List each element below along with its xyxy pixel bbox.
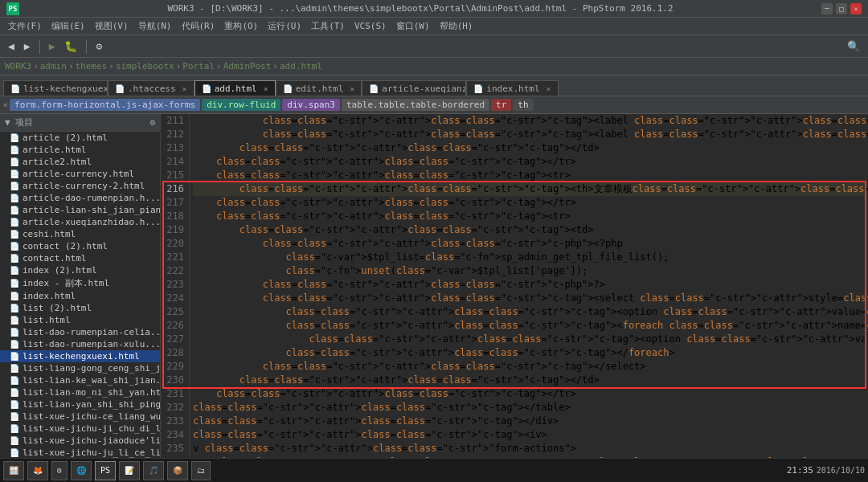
tree-file-item[interactable]: 📄article-currency.html xyxy=(0,168,160,180)
menu-item[interactable]: 文件(F) xyxy=(3,18,47,34)
taskbar-notepad[interactable]: 📝 xyxy=(119,461,140,480)
menu-item[interactable]: 帮助(H) xyxy=(435,18,478,34)
run-icon[interactable]: ▶ xyxy=(46,39,59,54)
settings-icon[interactable]: ⚙ xyxy=(92,39,105,54)
tree-file-item[interactable]: 📄list-xue-jichu-ji_chu_di_l... xyxy=(0,423,160,435)
editor-tab[interactable]: 📄.htaccess✕ xyxy=(108,80,194,96)
path-adminpost[interactable]: AdminPost xyxy=(223,61,272,71)
line-number: 213 xyxy=(161,141,189,155)
code-text: class=class="c-str">"c-attr">class=class… xyxy=(193,155,576,169)
menu-item[interactable]: 编辑(E) xyxy=(47,18,90,34)
tree-file-item[interactable]: 📄article (2).html xyxy=(0,132,160,144)
tree-file-item[interactable]: 📄list-dao-rumenpian-celia... xyxy=(0,326,160,338)
menu-item[interactable]: 重构(O) xyxy=(219,18,263,34)
tree-file-item[interactable]: 📄list-liang-gong_ceng_shi_j... xyxy=(0,362,160,374)
path-simplebootx[interactable]: simplebootx xyxy=(116,61,174,71)
path-themes[interactable]: themes xyxy=(76,61,108,71)
search-icon[interactable]: 🔍 xyxy=(844,39,863,54)
tab-close-icon[interactable]: ✕ xyxy=(547,84,551,93)
tree-file-item[interactable]: 📄article-xueqianzhidao.h... xyxy=(0,216,160,228)
tree-file-item[interactable]: 📄index (2).html xyxy=(0,264,160,276)
tree-settings-icon[interactable]: ⚙ xyxy=(149,117,155,128)
minimize-button[interactable]: ─ xyxy=(821,3,833,14)
tree-file-item[interactable]: 📄index.html xyxy=(0,290,160,302)
tree-file-label: contact.html xyxy=(23,253,86,263)
tree-file-item[interactable]: 📄ceshi.html xyxy=(0,228,160,240)
line-number: 222 xyxy=(161,264,189,278)
tree-file-item[interactable]: 📄list-lian-ke_wai_shi_jian.ht... xyxy=(0,374,160,386)
path-portal[interactable]: Portal xyxy=(182,61,215,71)
tree-file-item[interactable]: 📄list-dao-rumenpian-xulu... xyxy=(0,338,160,350)
editor-tab[interactable]: 📄add.html✕ xyxy=(194,80,276,96)
tree-file-item[interactable]: 📄list-kechengxuexi.html xyxy=(0,350,160,362)
tree-file-item[interactable]: 📄list-lian-mo_ni_shi_yan.ht... xyxy=(0,386,160,398)
menu-item[interactable]: 导航(N) xyxy=(133,18,177,34)
taskbar-browser[interactable]: 🌐 xyxy=(71,461,92,480)
line-number: 220 xyxy=(161,237,189,251)
editor-tab[interactable]: 📄edit.html✕ xyxy=(276,80,362,96)
tree-file-item[interactable]: 📄list-xue-jichu-ce_liang_wu... xyxy=(0,411,160,423)
debug-icon[interactable]: 🐛 xyxy=(61,39,80,54)
taskbar-ps[interactable]: PS xyxy=(95,461,116,480)
tree-file-item[interactable]: 📄article-lian-shi_jian_pian.h... xyxy=(0,204,160,216)
editor-tab[interactable]: 📄index.html✕ xyxy=(466,80,558,96)
menu-item[interactable]: 运行(U) xyxy=(263,18,306,34)
maximize-button[interactable]: □ xyxy=(836,3,847,14)
context-tag[interactable]: div.span3 xyxy=(282,99,340,111)
taskbar-archive[interactable]: 📦 xyxy=(167,461,188,480)
context-tag[interactable]: table.table.table-bordered xyxy=(342,99,489,111)
tree-file-item[interactable]: 📄list-xue-jichu-ju_li_ce_lian... xyxy=(0,447,160,459)
line-number: 229 xyxy=(161,360,189,374)
context-tag[interactable]: tr xyxy=(491,99,511,111)
context-tag[interactable]: th xyxy=(513,99,533,111)
taskbar-firefox[interactable]: 🦊 xyxy=(27,461,48,480)
taskbar-files[interactable]: 🗂 xyxy=(191,461,211,480)
code-scroll[interactable]: 2112122132142152162172182192202212222232… xyxy=(161,114,868,464)
forward-icon[interactable]: ▶ xyxy=(21,39,34,54)
tree-file-item[interactable]: 📄article2.html xyxy=(0,156,160,168)
code-area[interactable]: class=class="c-str">"c-attr">class=class… xyxy=(190,114,868,464)
code-line: class=class="c-str">"c-attr">class=class… xyxy=(193,210,865,223)
menu-item[interactable]: 工具(T) xyxy=(306,18,350,34)
tree-file-item[interactable]: 📄contact (2).html xyxy=(0,240,160,252)
html-file-icon: 📄 xyxy=(10,266,19,275)
path-addhtml[interactable]: add.html xyxy=(280,61,322,71)
tree-file-item[interactable]: 📄article-currency-2.html xyxy=(0,180,160,192)
editor-tab[interactable]: 📄article-xueqianzhidao.html✕ xyxy=(362,80,466,96)
tab-close-icon[interactable]: ✕ xyxy=(350,84,354,93)
code-text: v class=class="c-str">"c-attr">class=cla… xyxy=(193,442,576,455)
line-number: 234 xyxy=(161,428,189,442)
tree-file-item[interactable]: 📄article-dao-rumenpian.h... xyxy=(0,192,160,204)
back-icon[interactable]: ◀ xyxy=(5,39,18,54)
context-tag[interactable]: form.form-horizontal.js-ajax-forms xyxy=(10,99,200,111)
close-button[interactable]: ✕ xyxy=(850,3,862,14)
tree-file-item[interactable]: 📄list (2).html xyxy=(0,302,160,314)
tab-label: list-kechengxuexi.html xyxy=(23,84,108,94)
tree-file-item[interactable]: 📄list-lian-yan_shi_shi_ping... xyxy=(0,398,160,411)
context-tag[interactable]: div.row-fluid xyxy=(202,99,280,111)
taskbar-start[interactable]: 🪟 xyxy=(3,461,24,480)
menu-item[interactable]: 视图(V) xyxy=(90,18,133,34)
taskbar-settings[interactable]: ⚙ xyxy=(51,461,68,480)
tree-file-item[interactable]: 📄list.html xyxy=(0,314,160,326)
tree-file-label: article.html xyxy=(23,145,86,155)
html-file-icon: 📄 xyxy=(10,448,19,457)
editor-tab[interactable]: 📄list-kechengxuexi.html✕ xyxy=(3,80,108,96)
path-admin[interactable]: admin xyxy=(40,61,67,71)
tab-label: add.html xyxy=(215,84,257,94)
menu-item[interactable]: 窗口(W) xyxy=(391,18,435,34)
tree-file-item[interactable]: 📄list-xue-jichu-jiaoduce'lian... xyxy=(0,435,160,447)
tab-close-icon[interactable]: ✕ xyxy=(264,84,268,93)
menu-item[interactable]: 代码(R) xyxy=(177,18,220,34)
menu-item[interactable]: VCS(S) xyxy=(350,19,391,33)
tree-file-item[interactable]: 📄article.html xyxy=(0,144,160,156)
line-number: 230 xyxy=(161,374,189,387)
tab-close-icon[interactable]: ✕ xyxy=(182,84,187,93)
hint-bulb-icon[interactable]: 💡 xyxy=(190,182,190,196)
tree-file-item[interactable]: 📄contact.html xyxy=(0,252,160,264)
context-back-arrow[interactable]: « xyxy=(3,100,8,109)
tabs-bar: 📄list-kechengxuexi.html✕📄.htaccess✕📄add.… xyxy=(0,76,868,96)
tree-file-item[interactable]: 📄index - 副本.html xyxy=(0,276,160,290)
taskbar-music[interactable]: 🎵 xyxy=(143,461,164,480)
path-work3[interactable]: WORK3 xyxy=(5,61,31,71)
